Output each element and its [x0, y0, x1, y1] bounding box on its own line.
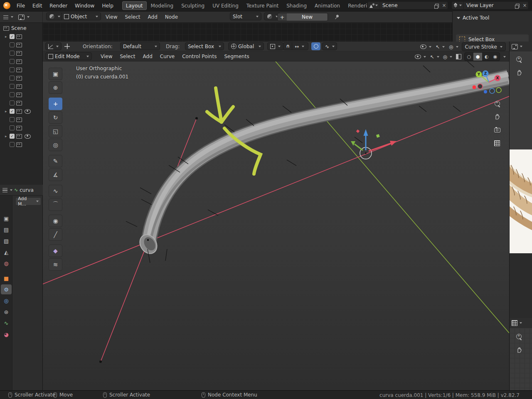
- blender-logo-icon[interactable]: [3, 2, 10, 9]
- collection-checkbox[interactable]: [10, 84, 15, 89]
- pan-button[interactable]: [493, 112, 502, 121]
- viewport-menu-segments[interactable]: Segments: [220, 51, 253, 61]
- outliner-row[interactable]: [0, 140, 42, 149]
- menu-edit[interactable]: Edit: [29, 0, 46, 11]
- collection-checkbox[interactable]: [10, 92, 15, 97]
- shading-rendered-button[interactable]: ◉: [491, 53, 500, 61]
- active-tool-item[interactable]: Select Box: [456, 34, 529, 42]
- uv-editor-canvas[interactable]: [509, 328, 532, 390]
- properties-tab-render[interactable]: ▣: [1, 213, 12, 223]
- collection-checkbox[interactable]: [10, 59, 15, 64]
- shader-type-dropdown[interactable]: Object: [61, 12, 101, 20]
- tool-randomize-button[interactable]: ≋: [49, 258, 62, 271]
- tool-radius-button[interactable]: ◉: [49, 215, 62, 227]
- properties-tab-scene[interactable]: ◭: [1, 247, 12, 257]
- tool-tweak-select-button[interactable]: ▣: [49, 68, 62, 80]
- collection-checkbox[interactable]: [10, 142, 15, 147]
- outliner-row[interactable]: ▸✓: [0, 132, 42, 140]
- snap-toggle[interactable]: ∪: [283, 42, 292, 50]
- collection-checkbox[interactable]: [10, 51, 15, 56]
- new-view-layer-button[interactable]: [514, 2, 521, 9]
- viewport-menu-add[interactable]: Add: [139, 51, 156, 61]
- workspace-tab-animation[interactable]: Animation: [311, 1, 344, 10]
- shader-editor-canvas[interactable]: [43, 23, 452, 42]
- tool-scale-button[interactable]: ◱: [49, 125, 62, 137]
- expand-arrow-icon[interactable]: ▸: [5, 34, 10, 39]
- viewport-menu-curve[interactable]: Curve: [156, 51, 178, 61]
- outliner-row[interactable]: [0, 115, 42, 124]
- workspace-tab-texture-paint[interactable]: Texture Paint: [243, 1, 282, 10]
- properties-tab-object[interactable]: ■: [1, 273, 12, 283]
- rope-image[interactable]: [509, 149, 532, 253]
- chevron-down-icon[interactable]: [503, 56, 506, 58]
- outliner-row[interactable]: [0, 124, 42, 132]
- visibility-eye-icon[interactable]: [25, 134, 31, 139]
- orientation-dropdown[interactable]: Default: [120, 42, 160, 50]
- outliner-row[interactable]: [0, 41, 42, 49]
- viewport-overlays-dropdown[interactable]: ◎: [442, 53, 453, 61]
- show-hide-dropdown[interactable]: [414, 53, 427, 61]
- active-tool-panel-header[interactable]: Active Tool: [453, 11, 532, 21]
- pin-button[interactable]: [334, 14, 340, 21]
- zoom-button[interactable]: [516, 334, 522, 340]
- workspace-tab-shading[interactable]: Shading: [283, 1, 310, 10]
- collection-checkbox[interactable]: [10, 100, 15, 105]
- outliner-row[interactable]: ▸✓: [0, 107, 42, 115]
- scene-selector[interactable]: Scene ×: [367, 1, 448, 10]
- outliner-row[interactable]: [0, 49, 42, 57]
- collection-checkbox[interactable]: ✓: [10, 134, 15, 139]
- scene-browse-dropdown[interactable]: [368, 2, 380, 9]
- tool-rotate-button[interactable]: ↻: [49, 111, 62, 124]
- collection-checkbox[interactable]: ✓: [10, 109, 15, 114]
- outliner-row[interactable]: [0, 82, 42, 91]
- workspace-tab-sculpting[interactable]: Sculpting: [177, 1, 208, 10]
- expand-arrow-icon[interactable]: ▸: [5, 134, 10, 138]
- menu-window[interactable]: Window: [71, 0, 98, 11]
- collection-checkbox[interactable]: [10, 67, 15, 72]
- perspective-toggle-button[interactable]: [493, 139, 502, 148]
- delete-scene-button[interactable]: ×: [441, 2, 448, 9]
- visibility-eye-icon[interactable]: [25, 109, 31, 114]
- object-visibility-dropdown[interactable]: [419, 43, 432, 51]
- menu-help[interactable]: Help: [98, 0, 117, 11]
- menu-file[interactable]: File: [13, 0, 29, 11]
- shader-menu-view[interactable]: View: [102, 12, 121, 22]
- shader-menu-node[interactable]: Node: [161, 12, 182, 22]
- properties-tab-world[interactable]: ◍: [1, 258, 12, 268]
- outliner-row[interactable]: [0, 66, 42, 74]
- transform-orientation-dropdown[interactable]: Global: [228, 42, 264, 50]
- outliner-scene-root[interactable]: Scene: [0, 24, 42, 32]
- shading-wireframe-button[interactable]: ○: [465, 53, 473, 61]
- outliner-row[interactable]: [0, 57, 42, 66]
- proportional-editing-toggle[interactable]: [311, 42, 320, 50]
- pan-button[interactable]: [516, 70, 522, 77]
- expand-arrow-icon[interactable]: ▸: [5, 109, 10, 113]
- outliner-row[interactable]: ▸✓: [0, 32, 42, 41]
- zoom-button[interactable]: [493, 99, 502, 108]
- properties-editor-type-dropdown[interactable]: [2, 188, 12, 192]
- gizmo-dropdown[interactable]: ↖: [435, 43, 446, 51]
- properties-tab-output[interactable]: ▤: [1, 225, 12, 235]
- outliner-editor-type-dropdown[interactable]: [3, 15, 13, 19]
- viewport-canvas[interactable]: Y Z X User Orthographic (0) curva cuerda…: [43, 61, 509, 390]
- outliner-row[interactable]: [0, 74, 42, 82]
- properties-tab-view-layer[interactable]: ▧: [1, 236, 12, 246]
- collection-checkbox[interactable]: [10, 76, 15, 81]
- tool-tilt-button[interactable]: ╱: [49, 228, 62, 241]
- tool-curve-pen-button[interactable]: ⌒: [49, 198, 62, 211]
- pivot-point-dropdown[interactable]: [267, 42, 283, 50]
- scene-name[interactable]: Scene: [380, 2, 433, 8]
- gizmos-dropdown[interactable]: ↖: [429, 53, 440, 61]
- properties-tab-object-data[interactable]: ∿: [1, 318, 12, 328]
- workspace-tab-modeling[interactable]: Modeling: [147, 1, 177, 10]
- workspace-tab-layout[interactable]: Layout: [122, 1, 147, 10]
- overlays-dropdown[interactable]: ◎: [448, 43, 459, 51]
- collection-checkbox[interactable]: [10, 117, 15, 122]
- drag-dropdown[interactable]: Select Box: [185, 42, 224, 50]
- view-layer-browse-dropdown[interactable]: [452, 2, 464, 9]
- slot-dropdown[interactable]: Slot: [230, 12, 261, 20]
- tool-move-button[interactable]: +: [49, 98, 62, 110]
- outliner-row[interactable]: [0, 91, 42, 99]
- new-material-button[interactable]: +New: [277, 13, 328, 21]
- tool-measure-button[interactable]: ∡: [49, 169, 62, 181]
